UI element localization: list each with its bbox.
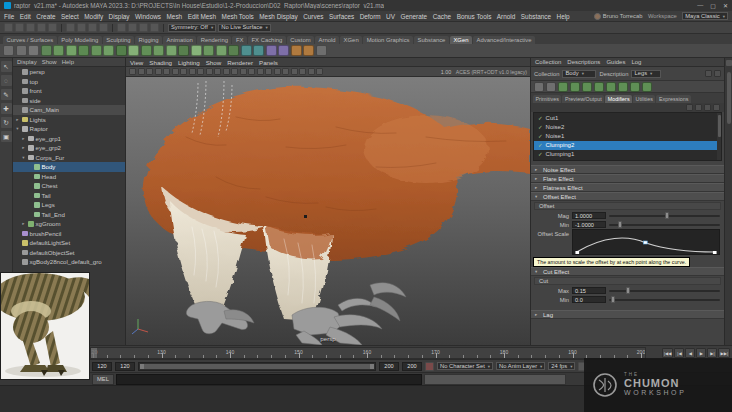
current-frame-marker[interactable] [91, 348, 97, 358]
move-down-icon[interactable] [695, 104, 702, 111]
section-flatness-effect[interactable]: ▸Flatness Effect [531, 183, 724, 192]
menu-surfaces[interactable]: Surfaces [329, 13, 354, 20]
viewport-menu-panels[interactable]: Panels [259, 59, 278, 66]
curve-utils-icon[interactable] [228, 45, 239, 56]
menu-mesh[interactable]: Mesh [167, 13, 183, 20]
camera-select-icon[interactable] [129, 68, 136, 75]
xgen-menu-log[interactable]: Log [631, 59, 641, 65]
offset-mag-slider[interactable] [609, 215, 720, 217]
ao-icon[interactable] [291, 68, 298, 75]
expand-caret-icon[interactable]: ▸ [15, 117, 20, 122]
outliner-item-raptor[interactable]: ▾Raptor [13, 124, 125, 134]
playback-button-2[interactable]: |◀ [674, 348, 684, 358]
density-brush-icon[interactable] [103, 45, 114, 56]
viewport-exposure-value[interactable]: 1.00 [441, 69, 452, 75]
viewport-canvas[interactable]: persp [126, 77, 530, 345]
menu-deform[interactable]: Deform [360, 13, 381, 20]
modifier-item-noise1[interactable]: ✓Noise1 [534, 131, 721, 140]
help-shelf-icon[interactable] [316, 45, 327, 56]
shelf-tab-motion-graphics-11[interactable]: Motion Graphics [363, 36, 413, 44]
viewport-menu-shading[interactable]: Shading [149, 59, 172, 66]
shelf-tab-xgen-13[interactable]: XGen [450, 36, 472, 44]
menu-curves[interactable]: Curves [303, 13, 323, 20]
collection-select[interactable]: Body▾ [562, 70, 596, 78]
field-chart-icon[interactable] [223, 68, 230, 75]
offset-mag-field[interactable]: 1.0000 [572, 212, 606, 220]
film-gate-icon[interactable] [197, 68, 204, 75]
lasso-tool[interactable]: ◌ [1, 75, 12, 86]
symmetry-select[interactable]: Symmetry: Off▾ [168, 24, 216, 32]
anim-layer-select[interactable]: No Anim Layer▾ [496, 362, 545, 370]
time-slider[interactable]: 120130140150160170180190200 [90, 347, 646, 359]
modifier-item-clumping1[interactable]: ✓Clumping1 [534, 150, 721, 159]
wireframe-icon[interactable] [248, 68, 255, 75]
viewport-menu-show[interactable]: Show [206, 59, 221, 66]
cut-max-field[interactable]: 0.15 [572, 287, 606, 295]
anim-end-field[interactable]: 200 [402, 362, 422, 371]
menu-select[interactable]: Select [61, 13, 79, 20]
safe-title-icon[interactable] [240, 68, 247, 75]
auto-key-icon[interactable] [425, 362, 434, 371]
outliner-item-top[interactable]: top [13, 77, 125, 87]
menu-arnold[interactable]: Arnold [497, 13, 515, 20]
xgen-tab-modifiers[interactable]: Modifiers [605, 95, 632, 103]
command-input[interactable] [116, 374, 422, 385]
2d-pan-zoom-icon[interactable] [172, 68, 179, 75]
shelf-tab-rendering-5[interactable]: Rendering [197, 36, 231, 44]
description-select[interactable]: Legs▾ [631, 70, 661, 78]
playback-button-3[interactable]: ◀ [685, 348, 695, 358]
render-icon[interactable] [128, 23, 137, 32]
viewport-menu-lighting[interactable]: Lighting [178, 59, 200, 66]
check-icon[interactable]: ✓ [538, 133, 543, 139]
xgen-description-icon[interactable] [41, 45, 52, 56]
safe-action-icon[interactable] [231, 68, 238, 75]
menu-edit[interactable]: Edit [20, 13, 31, 20]
maximize-button[interactable]: ▢ [710, 2, 716, 9]
aa-icon[interactable] [299, 68, 306, 75]
viewport-colorspace[interactable]: ACES (RRT+ODT v1.0 legacy) [456, 69, 527, 75]
grab-brush-icon[interactable] [191, 45, 202, 56]
shaded-icon[interactable] [257, 68, 264, 75]
ipr-render-icon[interactable] [139, 23, 148, 32]
account-chip[interactable]: Bruno Torrecab [594, 13, 643, 20]
minimize-button[interactable]: — [697, 2, 703, 9]
shelf-tab-animation-4[interactable]: Animation [163, 36, 196, 44]
expand-caret-icon[interactable]: ▸ [21, 145, 26, 150]
delete-modifier-icon[interactable] [713, 104, 720, 111]
part-brush-icon[interactable] [153, 45, 164, 56]
menu-help[interactable]: Help [557, 13, 570, 20]
check-icon[interactable]: ✓ [538, 115, 543, 121]
open-scene-icon[interactable] [15, 23, 24, 32]
menu-cache[interactable]: Cache [433, 13, 451, 20]
noise-brush-icon[interactable] [128, 45, 139, 56]
outliner-item-eye-grp2[interactable]: ▸eye_grp2 [13, 143, 125, 153]
smooth-icon[interactable] [606, 82, 616, 92]
lighting-icon[interactable] [274, 68, 281, 75]
character-set-select[interactable]: No Character Set▾ [437, 362, 493, 370]
menu-bonus-tools[interactable]: Bonus Tools [457, 13, 492, 20]
modifier-item-cut1[interactable]: ✓Cut1 [534, 113, 721, 122]
place-brush-icon[interactable] [166, 45, 177, 56]
menu-display[interactable]: Display [109, 13, 130, 20]
section-offset-effect[interactable]: ▾ Offset Effect [531, 192, 724, 201]
comb-brush-icon[interactable] [66, 45, 77, 56]
create-description-icon[interactable] [534, 82, 544, 92]
select-tool[interactable]: ↖ [1, 61, 12, 72]
xgen-tab-expressions[interactable]: Expressions [656, 95, 690, 103]
menu-create[interactable]: Create [36, 13, 55, 20]
expand-caret-icon[interactable]: ▸ [21, 221, 26, 226]
menu-file[interactable]: File [4, 13, 14, 20]
shelf-tab-fx-caching-7[interactable]: FX Caching [248, 36, 286, 44]
expand-caret-icon[interactable]: ▾ [21, 155, 26, 160]
shelf-tab-curves-surfaces-0[interactable]: Curves / Surfaces [3, 36, 57, 44]
outliner-item-chest[interactable]: Chest [13, 181, 125, 191]
playback-button-6[interactable]: ▶▶| [718, 348, 730, 358]
xray-icon[interactable] [308, 68, 315, 75]
add-guide-icon[interactable] [546, 82, 556, 92]
outliner-item-head[interactable]: Head [13, 172, 125, 182]
anim-start-field[interactable]: 120 [92, 362, 112, 371]
shelf-tab-advanced-interactive-14[interactable]: Advanced/Interactive [473, 36, 535, 44]
linear-wire-icon[interactable] [241, 45, 252, 56]
move-up-icon[interactable] [686, 104, 693, 111]
pin-description-icon[interactable] [714, 70, 721, 77]
